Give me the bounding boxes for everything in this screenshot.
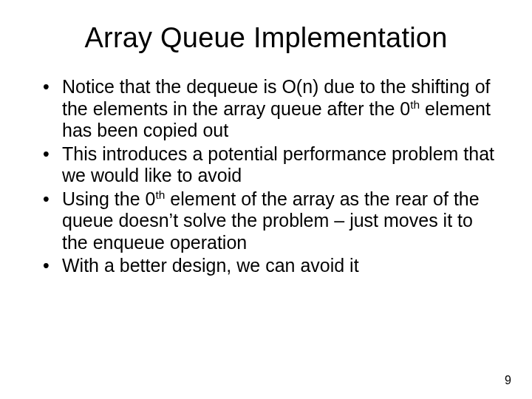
list-item: This introduces a potential performance … bbox=[37, 143, 502, 187]
superscript: th bbox=[155, 188, 165, 200]
bullet-list: Notice that the dequeue is O(n) due to t… bbox=[37, 76, 502, 277]
list-item: Using the 0th element of the array as th… bbox=[37, 188, 502, 254]
bullet-text-pre: With a better design, we can avoid it bbox=[62, 255, 359, 276]
list-item: Notice that the dequeue is O(n) due to t… bbox=[37, 76, 502, 142]
page-number: 9 bbox=[505, 374, 511, 387]
superscript: th bbox=[410, 98, 420, 110]
bullet-text-pre: Using the 0 bbox=[62, 188, 155, 209]
slide-title: Array Queue Implementation bbox=[30, 22, 502, 54]
bullet-text-pre: This introduces a potential performance … bbox=[62, 143, 494, 186]
list-item: With a better design, we can avoid it bbox=[37, 255, 502, 277]
slide: Array Queue Implementation Notice that t… bbox=[0, 0, 532, 399]
